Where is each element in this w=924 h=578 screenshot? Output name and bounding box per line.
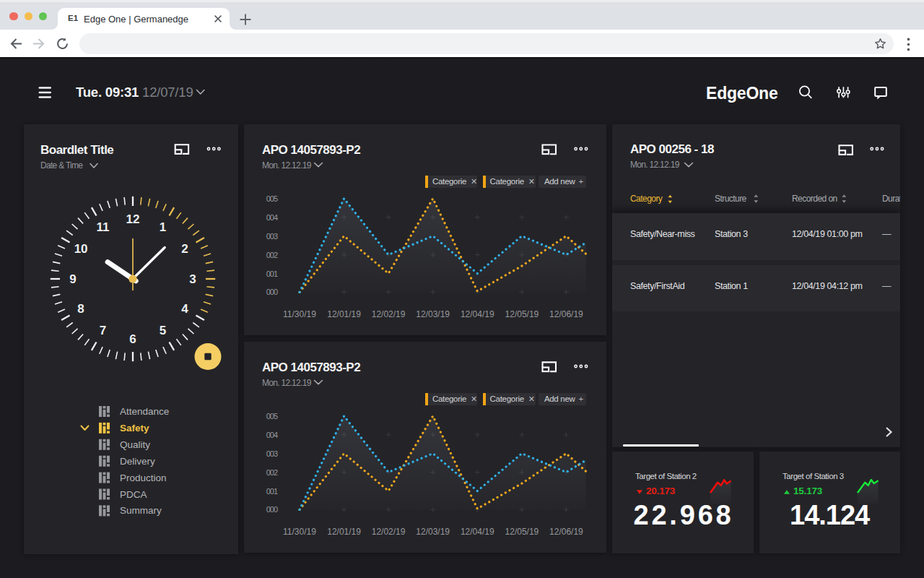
svg-text:Attendance: Attendance — [120, 406, 169, 417]
svg-text:003: 003 — [266, 449, 278, 458]
svg-text:2: 2 — [181, 242, 188, 256]
svg-text:3: 3 — [189, 272, 196, 286]
svg-text:Production: Production — [120, 473, 167, 483]
svg-text:12/03/19: 12/03/19 — [416, 527, 450, 537]
svg-text:12/05/19: 12/05/19 — [505, 527, 539, 537]
svg-text:5: 5 — [160, 324, 166, 337]
svg-text:10: 10 — [74, 242, 88, 256]
svg-text:1: 1 — [160, 220, 166, 234]
svg-text:PDCA: PDCA — [120, 489, 147, 500]
svg-text:000: 000 — [266, 288, 278, 296]
svg-text:12/04/19: 12/04/19 — [461, 309, 494, 319]
svg-text:Safety: Safety — [120, 423, 149, 434]
svg-text:12/03/19: 12/03/19 — [416, 309, 450, 319]
svg-text:004: 004 — [266, 431, 278, 439]
svg-text:002: 002 — [266, 468, 278, 477]
svg-text:9: 9 — [69, 272, 76, 286]
svg-text:Summary: Summary — [120, 505, 162, 516]
svg-text:11/30/19: 11/30/19 — [283, 309, 316, 319]
svg-text:12/01/19: 12/01/19 — [327, 309, 361, 319]
svg-text:12/05/19: 12/05/19 — [505, 309, 539, 319]
svg-text:Quality: Quality — [120, 439, 150, 450]
svg-text:Delivery: Delivery — [120, 456, 155, 467]
svg-text:12/02/19: 12/02/19 — [372, 309, 406, 319]
svg-text:000: 000 — [266, 505, 278, 514]
svg-text:7: 7 — [100, 324, 106, 337]
svg-text:001: 001 — [266, 269, 278, 278]
svg-text:12/06/19: 12/06/19 — [549, 309, 583, 319]
svg-text:004: 004 — [266, 213, 278, 222]
svg-text:8: 8 — [77, 302, 84, 316]
svg-text:11/30/19: 11/30/19 — [283, 527, 316, 537]
svg-text:12/01/19: 12/01/19 — [327, 527, 361, 537]
svg-text:12/06/19: 12/06/19 — [549, 527, 583, 537]
svg-text:12/04/19: 12/04/19 — [461, 527, 494, 537]
svg-text:005: 005 — [266, 194, 278, 203]
svg-text:003: 003 — [266, 232, 278, 241]
svg-text:11: 11 — [97, 220, 110, 234]
svg-text:001: 001 — [266, 487, 278, 496]
svg-text:4: 4 — [181, 302, 188, 316]
svg-text:12/02/19: 12/02/19 — [372, 527, 406, 537]
svg-text:6: 6 — [129, 332, 136, 346]
svg-text:12: 12 — [126, 212, 140, 226]
svg-text:005: 005 — [266, 412, 278, 420]
svg-text:002: 002 — [266, 251, 278, 259]
